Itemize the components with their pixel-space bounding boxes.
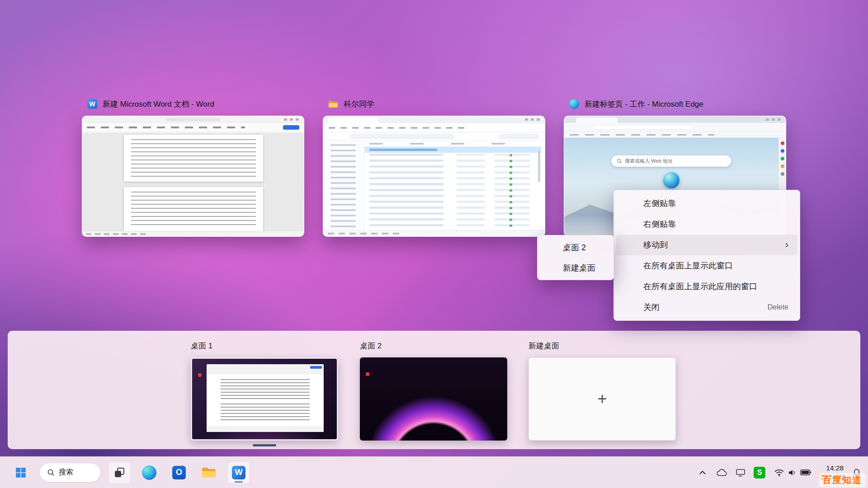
menu-item-close[interactable]: 关闭 Delete bbox=[616, 297, 797, 318]
word-thumb-titlebar bbox=[82, 116, 304, 123]
word-window-thumbnail[interactable] bbox=[82, 116, 304, 237]
explorer-tab-skeleton bbox=[328, 117, 378, 123]
toolbar-skeleton bbox=[329, 127, 464, 129]
sync-status-icons-skeleton bbox=[509, 154, 512, 228]
submenu-item-label: 桌面 2 bbox=[563, 242, 586, 253]
edge-thumb-favorites-bar bbox=[564, 132, 786, 138]
window-title-edge: 新建标签页 - 工作 - Microsoft Edge bbox=[585, 99, 703, 109]
desktop-2: 桌面 2 bbox=[360, 341, 507, 441]
window-header-edge: 新建标签页 - 工作 - Microsoft Edge bbox=[564, 97, 786, 111]
desktop-2-thumbnail[interactable] bbox=[360, 357, 507, 441]
chevron-up-icon bbox=[699, 470, 706, 475]
edge-search-placeholder: 搜索或输入 Web 地址 bbox=[625, 158, 673, 164]
word-thumb-search-skeleton bbox=[166, 118, 220, 121]
word-thumb-statusbar bbox=[82, 231, 304, 236]
display-icon bbox=[736, 469, 745, 477]
search-icon bbox=[617, 159, 622, 164]
text-skeleton bbox=[328, 233, 400, 235]
window-context-menu: 左侧贴靠 右侧贴靠 移动到 › 在所有桌面上显示此窗口 在所有桌面上显示此应用的… bbox=[613, 190, 800, 321]
explorer-thumb-toolbar bbox=[323, 123, 545, 132]
folder-icon bbox=[202, 466, 216, 479]
submenu-item-desktop-2[interactable]: 桌面 2 bbox=[539, 237, 612, 258]
submenu-item-new-desktop[interactable]: 新建桌面 bbox=[539, 258, 612, 278]
recording-indicator-dot bbox=[366, 372, 369, 376]
cast-tray-button[interactable] bbox=[733, 463, 748, 483]
desktop-1-thumbnail[interactable] bbox=[191, 357, 338, 441]
sidebar-app-icon bbox=[781, 157, 784, 160]
word-icon: W bbox=[87, 99, 97, 109]
desktop-1-label: 桌面 1 bbox=[191, 341, 338, 351]
explorer-window-thumbnail[interactable] bbox=[323, 116, 545, 237]
text-skeleton bbox=[131, 139, 256, 178]
network-volume-battery-button[interactable] bbox=[771, 463, 815, 483]
window-header-explorer: 科尔同学 bbox=[323, 97, 545, 111]
onedrive-cloud-icon bbox=[716, 469, 727, 476]
explorer-nav-pane-skeleton bbox=[323, 141, 365, 230]
menu-item-label: 在所有桌面上显示此窗口 bbox=[643, 260, 733, 271]
new-desktop: 新建桌面 + bbox=[528, 341, 676, 441]
speaker-icon bbox=[788, 469, 796, 476]
desktops-strip: 桌面 1 桌面 2 新建桌面 bbox=[8, 331, 860, 449]
word-taskbar-icon[interactable]: W bbox=[228, 462, 250, 483]
menu-item-move-to[interactable]: 移动到 › bbox=[616, 235, 797, 255]
new-desktop-button[interactable]: + bbox=[528, 357, 676, 441]
search-pill-skeleton bbox=[499, 134, 539, 139]
menu-item-label: 左侧贴靠 bbox=[643, 198, 676, 209]
text-skeleton bbox=[369, 149, 437, 151]
tray-overflow-chevron-button[interactable] bbox=[695, 463, 710, 483]
folder-icon bbox=[328, 99, 338, 109]
mini-titlebar-skeleton bbox=[207, 364, 324, 374]
text-skeleton bbox=[221, 404, 310, 422]
task-view-screen: W 新建 Microsoft Word 文档 - Word bbox=[0, 0, 868, 488]
text-skeleton bbox=[221, 379, 310, 399]
browser-tab-skeleton bbox=[576, 117, 618, 123]
desktop-2-label: 桌面 2 bbox=[360, 341, 507, 351]
watermark: 百度知道 bbox=[819, 473, 865, 487]
explorer-thumb-body bbox=[323, 141, 545, 230]
outlook-taskbar-icon[interactable]: O bbox=[168, 462, 190, 483]
window-card-word: W 新建 Microsoft Word 文档 - Word bbox=[82, 97, 304, 237]
menu-item-label: 右侧贴靠 bbox=[643, 219, 676, 230]
edge-taskbar-icon[interactable] bbox=[138, 462, 160, 483]
edge-search-box[interactable]: 搜索或输入 Web 地址 bbox=[611, 155, 731, 167]
explorer-thumb-addressbar bbox=[323, 132, 545, 141]
ime-icon: S bbox=[754, 467, 765, 479]
outlook-letter: O bbox=[176, 468, 182, 477]
mini-statusbar-skeleton bbox=[207, 427, 324, 432]
menu-item-snap-right[interactable]: 右侧贴靠 bbox=[616, 214, 797, 235]
address-bar-skeleton bbox=[593, 125, 693, 130]
taskbar-search-box[interactable]: 搜索 bbox=[40, 463, 100, 482]
outlook-logo-icon: O bbox=[172, 466, 186, 479]
menu-item-snap-left[interactable]: 左侧贴靠 bbox=[616, 193, 797, 214]
search-icon bbox=[47, 469, 55, 476]
taskbar: 搜索 O W bbox=[0, 456, 868, 488]
document-page-1 bbox=[124, 135, 263, 182]
file-rows-skeleton bbox=[365, 147, 541, 230]
task-view-button[interactable] bbox=[108, 462, 130, 483]
move-to-submenu: 桌面 2 新建桌面 bbox=[537, 235, 614, 280]
menu-item-show-app-windows-on-all-desktops[interactable]: 在所有桌面上显示此应用的窗口 bbox=[616, 276, 797, 297]
edge-logo bbox=[663, 172, 679, 188]
sidebar-app-icon bbox=[781, 164, 784, 168]
ime-tray-button[interactable]: S bbox=[752, 463, 767, 483]
edge-icon bbox=[569, 99, 579, 109]
taskbar-left-group: 搜索 O W bbox=[0, 462, 250, 483]
menu-item-label: 在所有桌面上显示此应用的窗口 bbox=[643, 281, 757, 292]
word-thumb-ribbon bbox=[82, 123, 304, 132]
start-button[interactable] bbox=[10, 462, 32, 483]
sidebar-app-icon bbox=[781, 141, 784, 145]
windows-logo-icon bbox=[15, 467, 27, 479]
submenu-item-label: 新建桌面 bbox=[563, 263, 595, 273]
column-headers-skeleton bbox=[365, 141, 541, 147]
explorer-thumb-statusbar bbox=[323, 230, 545, 236]
onedrive-tray-button[interactable] bbox=[714, 463, 729, 483]
window-controls-skeleton bbox=[284, 118, 300, 121]
word-thumb-document-area bbox=[82, 133, 304, 231]
menu-item-label: 关闭 bbox=[643, 302, 660, 313]
edge-thumb-toolbar bbox=[564, 123, 786, 132]
scrollbar[interactable] bbox=[538, 150, 540, 182]
window-controls-skeleton bbox=[766, 118, 782, 121]
window-title-word: 新建 Microsoft Word 文档 - Word bbox=[103, 99, 214, 109]
menu-item-show-window-on-all-desktops[interactable]: 在所有桌面上显示此窗口 bbox=[616, 255, 797, 276]
explorer-taskbar-icon[interactable] bbox=[198, 462, 220, 483]
